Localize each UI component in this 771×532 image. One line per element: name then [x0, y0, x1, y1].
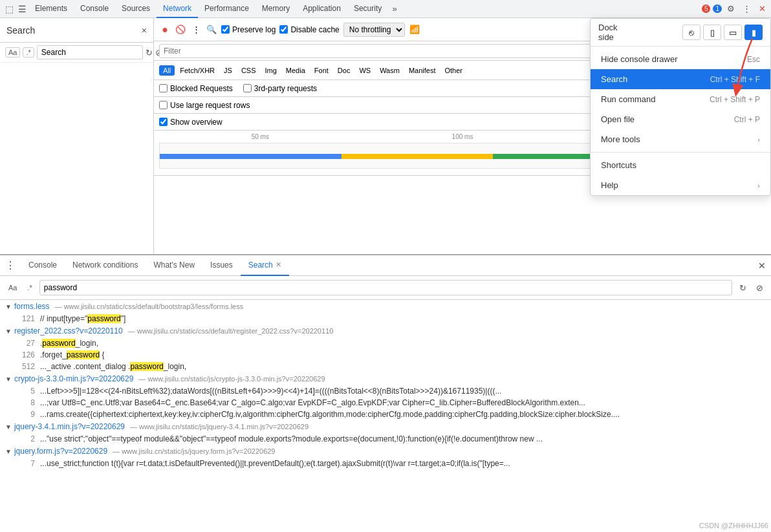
menu-open-file[interactable]: Open file Ctrl + P — [591, 109, 770, 129]
filter-type-other[interactable]: Other — [440, 65, 466, 76]
bottom-panel: ⋮ Console Network conditions What's New … — [0, 254, 771, 532]
tab-network[interactable]: Network — [157, 0, 198, 18]
result-line[interactable]: 7...use_strict;function t(t){var r=t.dat… — [0, 458, 771, 469]
timeline-label-100ms: 100 ms — [362, 133, 564, 140]
bottom-tab-search[interactable]: Search ✕ — [241, 255, 289, 276]
tab-console[interactable]: Console — [74, 0, 115, 18]
filter-type-media[interactable]: Media — [282, 65, 309, 76]
tab-application[interactable]: Application — [296, 0, 347, 18]
dock-side-row: Dock side ⎋ ▯ ▭ ▮ — [591, 19, 770, 43]
wifi-icon[interactable]: 📶 — [409, 24, 420, 36]
regex-btn[interactable]: .* — [23, 47, 34, 58]
bottom-tab-issues[interactable]: Issues — [202, 255, 241, 276]
filter-type-img[interactable]: Img — [261, 65, 281, 76]
sidebar-close-button[interactable]: × — [142, 25, 147, 36]
refresh-icon[interactable]: ↻ — [146, 46, 153, 59]
large-rows-checkbox[interactable]: Use large request rows — [159, 101, 250, 110]
menu-hide-console-drawer[interactable]: Hide console drawer Esc — [591, 49, 770, 69]
inspect-icon[interactable]: ☰ — [16, 3, 28, 16]
cursor-icon[interactable]: ⬚ — [3, 3, 16, 16]
search-cancel-icon[interactable]: ⊘ — [753, 281, 766, 294]
filter-type-doc[interactable]: Doc — [334, 65, 354, 76]
menu-more-tools[interactable]: More tools › — [591, 129, 770, 149]
record-button[interactable]: ● — [159, 24, 171, 36]
settings-icon[interactable]: ⚙ — [724, 3, 737, 16]
dock-right-btn[interactable]: ▮ — [744, 25, 763, 40]
csdn-watermark: CSDN @ZHHHHJJ66 — [699, 522, 768, 529]
devtools-tab-bar: ⬚ ☰ Elements Console Sources Network Per… — [0, 0, 771, 18]
result-line[interactable]: 2..."use strict";"object"==typeof module… — [0, 433, 771, 445]
result-file[interactable]: ▼ jquery.form.js?v=20220629— www.jisilu.… — [0, 445, 771, 458]
throttle-select[interactable]: No throttling — [343, 23, 405, 37]
timeline-label-50ms: 50 ms — [159, 133, 362, 140]
match-case-btn[interactable]: Aa — [5, 47, 20, 58]
filter-icon[interactable]: ⋮ — [190, 24, 202, 36]
filter-type-manifest[interactable]: Manifest — [405, 65, 440, 76]
search-match-case-btn[interactable]: Aa — [5, 282, 20, 293]
more-tabs-icon[interactable]: » — [388, 3, 401, 16]
sidebar-title: Search — [6, 25, 35, 36]
dock-left-btn[interactable]: ▯ — [703, 25, 721, 40]
search-button[interactable]: 🔍 — [206, 24, 217, 36]
menu-search[interactable]: Search Ctrl + Shift + F — [591, 69, 770, 89]
menu-run-command[interactable]: Run command Ctrl + Shift + P — [591, 89, 770, 109]
filter-type-font[interactable]: Font — [310, 65, 332, 76]
search-panel: Aa .* ↻ ⊘ ▼ forms.less— www.jisilu.cn/st… — [0, 276, 771, 532]
preserve-log-checkbox[interactable]: Preserve log — [221, 25, 276, 34]
third-party-checkbox[interactable]: 3rd-party requests — [243, 84, 317, 93]
filter-input[interactable] — [159, 44, 659, 58]
more-options-icon[interactable]: ⋮ — [740, 3, 753, 16]
filter-type-js[interactable]: JS — [220, 65, 236, 76]
search-refresh-icon[interactable]: ↻ — [736, 281, 749, 294]
bottom-tab-console[interactable]: Console — [21, 255, 65, 276]
bottom-panel-menu-icon[interactable]: ⋮ — [5, 259, 16, 271]
bottom-tabs-bar: ⋮ Console Network conditions What's New … — [0, 255, 771, 276]
result-line[interactable]: 121// input[type="password"] — [0, 313, 771, 325]
result-line[interactable]: 126.forget_password { — [0, 349, 771, 361]
error-badge: 5 — [702, 5, 711, 13]
search-results: ▼ forms.less— www.jisilu.cn/static/css/d… — [0, 300, 771, 532]
undock-icon-btn[interactable]: ⎋ — [682, 25, 700, 40]
warning-badge: 1 — [713, 5, 722, 13]
filter-type-all[interactable]: All — [159, 65, 175, 76]
result-line[interactable]: 27.password_login, — [0, 337, 771, 349]
show-overview-checkbox[interactable]: Show overview — [159, 118, 223, 127]
bottom-tab-whats-new[interactable]: What's New — [146, 255, 202, 276]
menu-help[interactable]: Help › — [591, 175, 770, 195]
tab-security[interactable]: Security — [347, 0, 388, 18]
dropdown-menu: Dock side ⎋ ▯ ▭ ▮ Hide console drawer Es… — [590, 18, 771, 196]
menu-shortcuts[interactable]: Shortcuts — [591, 155, 770, 175]
result-line[interactable]: 9...rams.create({ciphertext:ciphertext,k… — [0, 409, 771, 420]
search-regex-btn[interactable]: .* — [24, 282, 35, 293]
tab-elements[interactable]: Elements — [28, 0, 74, 18]
dock-bottom-btn[interactable]: ▭ — [724, 25, 742, 40]
dock-icons-row: ⎋ ▯ ▭ ▮ — [682, 25, 763, 40]
blocked-requests-checkbox[interactable]: Blocked Requests — [159, 84, 233, 93]
result-file[interactable]: ▼ jquery-3.4.1.min.js?v=20220629— www.ji… — [0, 420, 771, 433]
filter-type-wasm[interactable]: Wasm — [376, 65, 404, 76]
result-file[interactable]: ▼ crypto-js-3.3.0-min.js?v=20220629— www… — [0, 372, 771, 385]
result-line[interactable]: 8...;var Utf8=C_enc.Utf8;var Base64=C_en… — [0, 397, 771, 409]
close-bottom-panel[interactable]: ✕ — [758, 261, 766, 271]
bottom-tab-network-conditions[interactable]: Network conditions — [65, 255, 146, 276]
clear-button[interactable]: 🚫 — [175, 24, 186, 36]
result-file[interactable]: ▼ forms.less— www.jisilu.cn/static/css/d… — [0, 300, 771, 313]
dock-side-label: Dock side — [598, 23, 618, 42]
filter-type-ws[interactable]: WS — [355, 65, 375, 76]
filter-type-css[interactable]: CSS — [237, 65, 260, 76]
result-file[interactable]: ▼ register_2022.css?v=20220110— www.jisi… — [0, 325, 771, 337]
close-devtools-icon[interactable]: ✕ — [755, 3, 768, 16]
tab-performance[interactable]: Performance — [198, 0, 255, 18]
search-query-input[interactable] — [39, 280, 732, 295]
search-tab-close[interactable]: ✕ — [276, 261, 281, 269]
result-line[interactable]: 5...Left>>>5]|=128<<(24-nBitsLeft%32);da… — [0, 385, 771, 397]
disable-cache-checkbox[interactable]: Disable cache — [279, 25, 339, 34]
tab-sources[interactable]: Sources — [115, 0, 157, 18]
filter-type-fetch/xhr[interactable]: Fetch/XHR — [176, 65, 219, 76]
tab-memory[interactable]: Memory — [255, 0, 296, 18]
sidebar-search-input[interactable] — [37, 45, 143, 59]
result-line[interactable]: 512..._active .content_dialog .password_… — [0, 361, 771, 372]
